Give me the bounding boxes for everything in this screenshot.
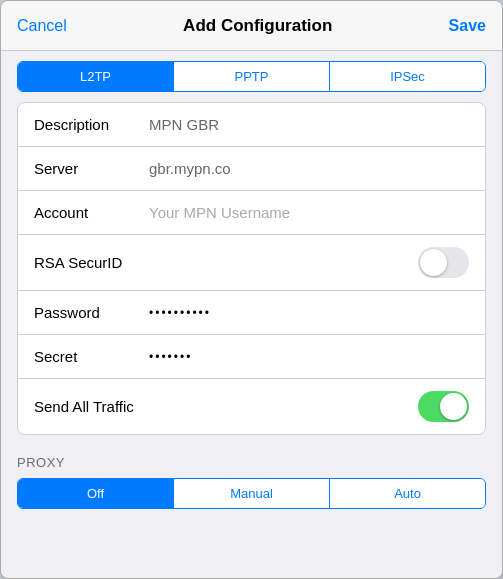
proxy-tab-manual[interactable]: Manual [173, 479, 329, 508]
rsa-securid-label: RSA SecurID [34, 254, 149, 271]
secret-label: Secret [34, 348, 149, 365]
proxy-tab-off[interactable]: Off [18, 479, 173, 508]
tab-ipsec[interactable]: IPSec [329, 62, 485, 91]
password-row: Password •••••••••• [18, 291, 485, 335]
rsa-securid-toggle-knob [420, 249, 447, 276]
description-row: Description MPN GBR [18, 103, 485, 147]
account-row: Account Your MPN Username [18, 191, 485, 235]
description-value[interactable]: MPN GBR [149, 116, 469, 133]
password-label: Password [34, 304, 149, 321]
rsa-securid-row: RSA SecurID [18, 235, 485, 291]
send-all-traffic-label: Send All Traffic [34, 398, 149, 415]
form-card: Description MPN GBR Server gbr.mypn.co A… [17, 102, 486, 435]
description-label: Description [34, 116, 149, 133]
proxy-section-label: PROXY [1, 447, 502, 474]
server-label: Server [34, 160, 149, 177]
save-button[interactable]: Save [449, 17, 486, 35]
tab-pptp[interactable]: PPTP [173, 62, 329, 91]
proxy-segmented-control: Off Manual Auto [17, 478, 486, 509]
tab-l2tp[interactable]: L2TP [18, 62, 173, 91]
page-title: Add Configuration [183, 16, 332, 36]
protocol-segmented-control: L2TP PPTP IPSec [17, 61, 486, 92]
secret-value[interactable]: ••••••• [149, 350, 469, 364]
account-value[interactable]: Your MPN Username [149, 204, 469, 221]
device-frame: Cancel Add Configuration Save L2TP PPTP … [0, 0, 503, 579]
password-value[interactable]: •••••••••• [149, 306, 469, 320]
send-all-traffic-toggle-knob [440, 393, 467, 420]
rsa-securid-toggle[interactable] [418, 247, 469, 278]
server-row: Server gbr.mypn.co [18, 147, 485, 191]
server-value[interactable]: gbr.mypn.co [149, 160, 469, 177]
protocol-tabs-container: L2TP PPTP IPSec [1, 51, 502, 102]
account-label: Account [34, 204, 149, 221]
proxy-tab-auto[interactable]: Auto [329, 479, 485, 508]
header: Cancel Add Configuration Save [1, 1, 502, 51]
send-all-traffic-toggle[interactable] [418, 391, 469, 422]
secret-row: Secret ••••••• [18, 335, 485, 379]
cancel-button[interactable]: Cancel [17, 17, 67, 35]
proxy-tabs-container: Off Manual Auto [1, 474, 502, 521]
send-all-traffic-row: Send All Traffic [18, 379, 485, 434]
